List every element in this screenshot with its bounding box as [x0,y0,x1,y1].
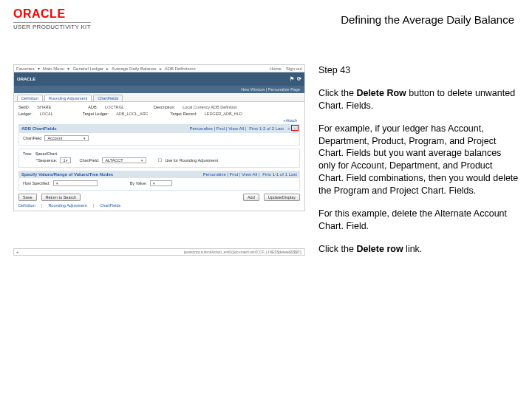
desc-label: Description: [154,105,175,109]
byval-input[interactable] [150,180,172,186]
desc-value: Local Currency ADB Definition [183,105,237,109]
cf-select-2[interactable]: ALTACCT [102,157,146,163]
app-screenshot: Favorites ▾ Main Menu ▾ General Ledger ▸… [13,64,305,211]
crumb-favorites[interactable]: Favorites [16,66,35,71]
cf-label-1: ChartField [23,136,41,140]
crumb-adb[interactable]: Average Daily Balance [112,66,157,71]
return-button[interactable]: Return to Search [41,194,81,201]
panel-values-body: How Specified: By Value: [18,178,300,191]
ledger-value: LOCAL [40,112,53,116]
panel-adb-chartfields-body: ChartField Account [18,133,300,146]
refresh-icon[interactable]: ⟳ [297,76,301,82]
footer-tab-links: Definition | Rounding Adjustment | Chart… [18,203,300,208]
attach-link[interactable]: +Attach [18,118,300,123]
rounding-checkbox-label[interactable]: Use for Rounding Adjustment [165,158,218,163]
footer-link-rounding[interactable]: Rounding Adjustment [48,203,86,208]
page-title: Defining the Average Daily Balance [91,7,519,26]
add-button[interactable]: Add [243,194,259,201]
action-buttons: Save Return to Search Add Update/Display [18,194,300,201]
instruction-1: Click the Delete Row button to delete un… [318,87,519,112]
subbar-links[interactable]: New Window | Personalize Page [241,87,300,92]
step-label: Step 43 [318,64,519,77]
oracle-logo-text: ORACLE [13,7,66,21]
adb-label: ADB: [88,105,98,109]
tgtledger-label: Target Ledger: [83,112,109,116]
instruction-4: Click the Delete row link. [318,243,519,256]
instructions: Step 43 Click the Delete Row button to d… [318,64,519,266]
tab-definition[interactable]: Definition [17,95,43,101]
brand-text: ORACLE [17,77,35,81]
save-button[interactable]: Save [18,194,37,201]
signout-link[interactable]: Sign out [286,66,302,71]
panel-values-header: Specify Values/Range of Values/Tree Node… [18,171,300,178]
home-link[interactable]: Home [270,66,282,71]
instruction-2: For example, if your ledger has Account,… [318,123,519,197]
update-button[interactable]: Update/Display [264,194,300,201]
flag-icon[interactable]: ⚑ [290,76,294,82]
cf-label: ChartField: [80,158,100,163]
tree-label: Tree: [23,151,33,156]
brand-bar: ORACLE ⚑ ⟳ [14,72,304,86]
browser-statusbar: ◂ javascript:submitAction_win0(document.… [13,248,305,256]
tree-value: SpeedChart [35,151,57,156]
seq-input[interactable]: 1 [60,157,70,163]
panel-tree: Tree: SpeedChart *Sequence: 1 ChartField… [18,149,300,168]
panel-adb-chartfields-header: ADB ChartFields Personalize | Find | Vie… [18,124,300,133]
sub-bar: New Window | Personalize Page [14,86,304,93]
tab-strip: Definition Rounding Adjustment ChartFiel… [14,93,304,102]
tgtledger-value: ADB_LOCL_ARC [116,112,148,116]
breadcrumb-bar: Favorites ▾ Main Menu ▾ General Ledger ▸… [14,65,304,72]
panel3-tools[interactable]: Personalize | Find | View All | [202,172,259,177]
tab-chartfields[interactable]: ChartFields [93,95,123,101]
instruction-3: For this example, delete the Alternate A… [318,208,519,233]
howspec-select[interactable] [53,180,98,186]
panel1-count: First 1-2 of 2 Last [249,126,284,131]
panel1-title: ADB ChartFields [21,126,57,131]
status-icon: ◂ [16,250,18,254]
howspec-label: How Specified: [23,181,50,185]
panel1-tools[interactable]: Personalize | Find | View All | [189,126,246,131]
tgtrec-value: LEDGER_ADB_HLD [205,112,242,116]
setid-label: SetID: [18,105,30,109]
tab-rounding[interactable]: Rounding Adjustment [44,95,92,101]
screenshot-column: Favorites ▾ Main Menu ▾ General Ledger ▸… [13,64,305,266]
byval-label: By Value: [130,181,147,185]
crumb-adbdefs[interactable]: ADB Definitions [165,66,196,71]
cf-select-1[interactable]: Account [44,135,89,141]
delete-row-highlight [291,125,299,131]
oracle-logo-block: ORACLE USER PRODUCTIVITY KIT [13,7,91,30]
crumb-main-menu[interactable]: Main Menu [43,66,65,71]
footer-link-chartfields[interactable]: ChartFields [100,203,120,208]
setid-value: SHARE [37,105,51,109]
tgtrec-label: Target Record: [171,112,197,116]
footer-link-definition[interactable]: Definition [18,203,35,208]
seq-label: *Sequence: [36,158,57,163]
crumb-gl[interactable]: General Ledger [72,66,103,71]
panel3-title: Specify Values/Range of Values/Tree Node… [21,172,113,177]
status-url: javascript:submitAction_win0(document.wi… [184,250,302,254]
adb-value: LOCTRGL [105,105,124,109]
upk-label: USER PRODUCTIVITY KIT [13,22,91,30]
oracle-logo: ORACLE [13,7,66,21]
ledger-label: Ledger: [18,112,33,116]
panel3-count: First 1-1 of 1 Last [262,172,297,177]
